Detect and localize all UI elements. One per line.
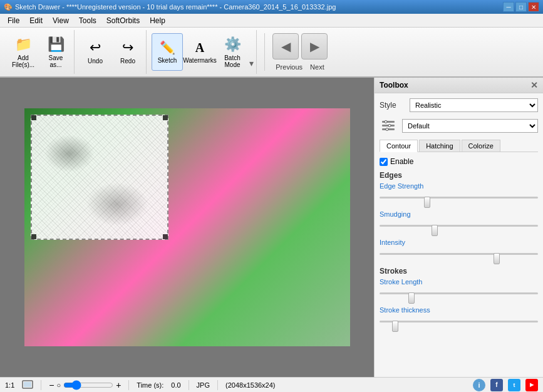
mode-tools-group: ✏️ Sketch A Watermarks ⚙️ BatchMode ▾ bbox=[149, 30, 257, 74]
next-button[interactable]: ▶ bbox=[301, 33, 328, 59]
svg-rect-0 bbox=[382, 121, 395, 123]
add-files-label: AddFile(s)... bbox=[12, 54, 34, 68]
handle-bottom-left[interactable] bbox=[31, 234, 36, 239]
dimensions-label: (2048x1536x24) bbox=[225, 381, 276, 389]
save-as-label: Saveas... bbox=[49, 54, 63, 68]
redo-button[interactable]: ↪ Redo bbox=[112, 33, 143, 71]
menubar: File Edit View Tools SoftOrbits Help bbox=[0, 14, 543, 28]
svg-rect-7 bbox=[24, 382, 31, 387]
minimize-button[interactable]: ─ bbox=[503, 2, 514, 12]
status-right: i f t ▶ bbox=[473, 379, 538, 391]
intensity-thumb[interactable] bbox=[494, 253, 500, 264]
stroke-length-label: Stroke Length bbox=[380, 278, 538, 286]
presets-select[interactable]: Default Strong Light Artistic bbox=[402, 119, 538, 133]
svg-point-4 bbox=[388, 125, 391, 127]
strokes-section-title: Strokes bbox=[380, 267, 538, 276]
status-divider-3 bbox=[189, 380, 189, 390]
menu-softorbits[interactable]: SoftOrbits bbox=[101, 15, 145, 26]
next-label: Next bbox=[310, 63, 324, 71]
nav-arrows: ◀ ▶ bbox=[272, 33, 328, 59]
canvas-area[interactable] bbox=[0, 78, 374, 377]
zoom-slider[interactable] bbox=[63, 380, 113, 390]
sketch-label: Sketch bbox=[158, 57, 177, 64]
edge-strength-line bbox=[380, 197, 538, 199]
svg-point-5 bbox=[386, 128, 388, 131]
nav-separator bbox=[264, 33, 265, 71]
toolbox-body: Style Realistic Pencil Charcoal Ink bbox=[375, 93, 543, 377]
presets-icon bbox=[380, 117, 397, 135]
handle-top-right[interactable] bbox=[163, 115, 168, 120]
toolbox-title: Toolbox bbox=[380, 81, 408, 90]
statusbar: 1:1 − ○ + Time (s): 0.0 JPG (2048x1536x2… bbox=[0, 377, 543, 392]
stroke-thickness-thumb[interactable] bbox=[392, 321, 398, 332]
menu-view[interactable]: View bbox=[48, 15, 74, 26]
menu-tools[interactable]: Tools bbox=[74, 15, 101, 26]
stroke-length-line bbox=[380, 292, 538, 294]
time-label: Time (s): bbox=[137, 381, 163, 389]
smudging-label: Smudging bbox=[380, 210, 538, 218]
svg-point-3 bbox=[385, 121, 387, 123]
stroke-length-slider[interactable] bbox=[380, 287, 538, 299]
intensity-line bbox=[380, 253, 538, 255]
stroke-thickness-slider[interactable] bbox=[380, 316, 538, 327]
smudging-container: Smudging bbox=[380, 210, 538, 231]
close-button[interactable]: ✕ bbox=[528, 2, 539, 12]
style-row: Style Realistic Pencil Charcoal Ink bbox=[380, 98, 538, 112]
stroke-length-thumb[interactable] bbox=[408, 292, 415, 304]
smudging-line bbox=[380, 225, 538, 227]
undo-button[interactable]: ↩ Undo bbox=[80, 33, 111, 71]
youtube-button[interactable]: ▶ bbox=[525, 379, 538, 391]
menu-edit[interactable]: Edit bbox=[24, 15, 48, 26]
style-label: Style bbox=[380, 101, 405, 110]
facebook-button[interactable]: f bbox=[490, 379, 503, 391]
menu-help[interactable]: Help bbox=[145, 15, 170, 26]
format-label: JPG bbox=[197, 381, 210, 389]
batch-icon: ⚙️ bbox=[224, 36, 241, 53]
save-as-button[interactable]: 💾 Saveas... bbox=[40, 33, 71, 71]
sketch-overlay[interactable] bbox=[31, 115, 168, 240]
file-tools-group: 📁 AddFile(s)... 💾 Saveas... bbox=[5, 30, 75, 74]
info-button[interactable]: i bbox=[473, 379, 485, 391]
tab-colorize[interactable]: Colorize bbox=[462, 140, 500, 152]
handle-top-left[interactable] bbox=[31, 115, 36, 120]
add-files-icon: 📁 bbox=[15, 36, 32, 53]
edge-strength-label: Edge Strength bbox=[380, 182, 538, 190]
prev-button[interactable]: ◀ bbox=[272, 33, 299, 59]
menu-file[interactable]: File bbox=[3, 15, 24, 26]
presets-row: Default Strong Light Artistic bbox=[380, 117, 538, 135]
sketch-content bbox=[32, 116, 167, 239]
watermarks-button[interactable]: A Watermarks bbox=[184, 33, 215, 71]
edge-strength-slider[interactable] bbox=[380, 192, 538, 203]
zoom-fit-button[interactable] bbox=[22, 380, 33, 390]
batch-mode-button[interactable]: ⚙️ BatchMode bbox=[217, 33, 248, 71]
intensity-slider[interactable] bbox=[380, 248, 538, 259]
toolbox-close-button[interactable]: ✕ bbox=[530, 80, 538, 90]
enable-label: Enable bbox=[390, 157, 413, 166]
edge-strength-thumb[interactable] bbox=[424, 197, 430, 208]
tab-contour[interactable]: Contour bbox=[380, 140, 418, 152]
titlebar: 🎨 Sketch Drawer - ****Unregistered versi… bbox=[0, 0, 543, 14]
maximize-button[interactable]: □ bbox=[515, 2, 527, 12]
stroke-thickness-label: Stroke thickness bbox=[380, 306, 538, 314]
smudging-thumb[interactable] bbox=[432, 225, 438, 236]
more-button[interactable]: ▾ bbox=[249, 33, 254, 71]
sketch-icon: ✏️ bbox=[160, 40, 175, 55]
prev-label: Previous bbox=[276, 63, 303, 71]
zoom-out-icon[interactable]: − bbox=[49, 380, 54, 390]
zoom-display: 1:1 bbox=[5, 381, 14, 389]
stroke-thickness-line bbox=[380, 321, 538, 322]
status-divider-4 bbox=[217, 380, 218, 390]
add-files-button[interactable]: 📁 AddFile(s)... bbox=[8, 33, 39, 71]
title-text: Sketch Drawer - ****Unregistered version… bbox=[15, 3, 503, 11]
tab-hatching[interactable]: Hatching bbox=[419, 140, 460, 152]
main-area: Toolbox ✕ Style Realistic Pencil Charcoa… bbox=[0, 78, 543, 377]
handle-bottom-right[interactable] bbox=[163, 234, 168, 239]
twitter-button[interactable]: t bbox=[508, 379, 520, 391]
enable-checkbox[interactable] bbox=[380, 158, 388, 166]
smudging-slider[interactable] bbox=[380, 220, 538, 231]
sketch-button[interactable]: ✏️ Sketch bbox=[152, 33, 183, 71]
undo-icon: ↩ bbox=[90, 39, 101, 56]
style-select[interactable]: Realistic Pencil Charcoal Ink bbox=[410, 98, 538, 112]
status-divider-2 bbox=[128, 380, 129, 390]
zoom-in-icon[interactable]: + bbox=[116, 380, 121, 390]
